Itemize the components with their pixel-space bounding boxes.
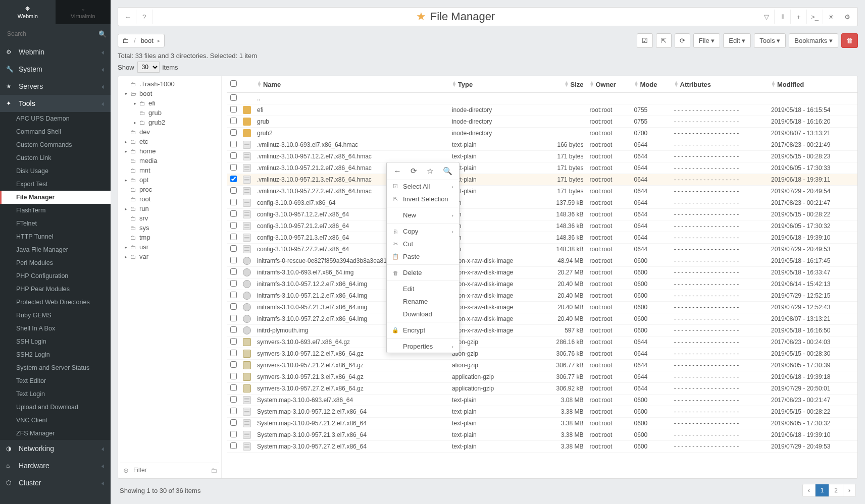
menu-cat-tools[interactable]: ✦Tools◀ (0, 95, 111, 112)
tab-virtualmin[interactable]: ⌄ Virtualmin (56, 0, 111, 24)
ctx-new[interactable]: New▸ (387, 209, 459, 221)
search-icon[interactable]: 🔍 (98, 30, 107, 38)
row-checkbox[interactable] (230, 373, 237, 379)
open-external-button[interactable]: ⇱ (656, 33, 672, 48)
tree-node[interactable]: 🗀root (120, 194, 219, 204)
table-row[interactable]: .vmlinuz-3.10.0-957.27.2.el7.x86_64.hmac… (227, 186, 857, 197)
tree-node[interactable]: 🗀grub (120, 108, 219, 118)
table-row[interactable]: System.map-3.10.0-957.21.2.el7.x86_64tex… (227, 418, 857, 429)
row-checkbox[interactable] (230, 303, 237, 310)
table-row[interactable]: config-3.10.0-693.el7.x86_64lain137.59 k… (227, 197, 857, 209)
row-checkbox[interactable] (230, 442, 237, 449)
table-row[interactable]: initramfs-3.10.0-957.12.2.el7.x86_64.img… (227, 278, 857, 290)
tree-node[interactable]: 🗀proc (120, 185, 219, 194)
row-checkbox[interactable] (230, 129, 237, 136)
table-row[interactable]: config-3.10.0-957.27.2.el7.x86_64lain148… (227, 244, 857, 255)
table-row[interactable]: .vmlinuz-3.10.0-693.el7.x86_64.hmactext-… (227, 139, 857, 151)
row-checkbox[interactable] (230, 141, 237, 147)
table-row[interactable]: initrd-plymouth.imgation-x-raw-disk-imag… (227, 325, 857, 337)
tree-node[interactable]: ▸🗀efi (120, 98, 219, 108)
page-next[interactable]: › (843, 484, 855, 496)
row-checkbox[interactable] (230, 187, 237, 194)
ctx-download[interactable]: Download (387, 308, 459, 320)
row-checkbox[interactable] (230, 222, 237, 229)
table-row[interactable]: grub2inode-directoryroot:root0700- - - -… (227, 128, 857, 139)
sidebar-item-php-configuration[interactable]: PHP Configuration (0, 269, 111, 283)
table-row[interactable]: .vmlinuz-3.10.0-957.21.3.el7.x86_64.hmac… (227, 174, 857, 186)
sidebar-item-custom-commands[interactable]: Custom Commands (0, 138, 111, 151)
table-row[interactable]: symvers-3.10.0-957.21.3.el7.x86_64.gzapp… (227, 371, 857, 383)
select-button[interactable]: ☑ (637, 33, 653, 48)
row-checkbox[interactable] (230, 338, 237, 345)
table-row[interactable]: initramfs-3.10.0-957.21.3.el7.x86_64.img… (227, 302, 857, 313)
ctx-rename[interactable]: Rename (387, 295, 459, 308)
row-checkbox[interactable] (230, 384, 237, 391)
table-row[interactable]: config-3.10.0-957.21.3.el7.x86_64lain148… (227, 232, 857, 244)
ctx-back-icon[interactable]: ← (393, 166, 401, 176)
sidebar-item-shell-in-a-box[interactable]: Shell In A Box (0, 322, 111, 335)
row-checkbox[interactable] (230, 315, 237, 321)
row-checkbox[interactable] (230, 94, 237, 101)
sidebar-item-http-tunnel[interactable]: HTTP Tunnel (0, 230, 111, 243)
sidebar-item-vnc-client[interactable]: VNC Client (0, 414, 111, 427)
tree-node[interactable]: ▸🗀etc (120, 137, 219, 146)
row-checkbox[interactable] (230, 176, 237, 182)
row-checkbox[interactable] (230, 268, 237, 275)
select-all-checkbox[interactable] (230, 80, 237, 87)
crumb-seg[interactable]: boot (141, 37, 154, 44)
tree-node[interactable]: ▸🗀run (120, 204, 219, 213)
row-checkbox[interactable] (230, 280, 237, 287)
back-button[interactable]: ← (120, 10, 136, 24)
sidebar-item-custom-link[interactable]: Custom Link (0, 151, 111, 164)
edit-menu[interactable]: Edit ▾ (723, 33, 751, 48)
tree-twisty[interactable]: ▸ (123, 149, 128, 154)
table-row[interactable]: config-3.10.0-957.12.2.el7.x86_64lain148… (227, 209, 857, 220)
sidebar-item-command-shell[interactable]: Command Shell (0, 125, 111, 138)
sidebar-item-text-editor[interactable]: Text Editor (0, 374, 111, 387)
tree-twisty[interactable]: ▾ (123, 91, 128, 96)
menu-cat-networking[interactable]: ◑Networking◀ (0, 440, 111, 457)
row-checkbox[interactable] (230, 326, 237, 333)
tree-node[interactable]: 🗀dev (120, 127, 219, 137)
row-checkbox[interactable] (230, 292, 237, 298)
menu-cat-webmin[interactable]: ⚙Webmin◀ (0, 43, 111, 61)
ctx-encrypt[interactable]: 🔒Encrypt (387, 324, 459, 337)
table-row[interactable]: .vmlinuz-3.10.0-957.21.2.el7.x86_64.hmac… (227, 162, 857, 174)
sidebar-item-disk-usage[interactable]: Disk Usage (0, 164, 111, 178)
gear-icon[interactable]: ⚙ (839, 10, 855, 24)
row-checkbox[interactable] (230, 106, 237, 113)
table-row[interactable]: symvers-3.10.0-693.el7.x86_64.gzation-gz… (227, 337, 857, 348)
filter-icon[interactable]: ▽ (758, 10, 775, 24)
tree-node[interactable]: ▸🗀usr (120, 242, 219, 252)
row-checkbox[interactable] (230, 257, 237, 263)
page-2[interactable]: 2 (829, 484, 843, 496)
row-checkbox[interactable] (230, 210, 237, 217)
table-row[interactable]: initramfs-0-rescue-0e827f859a394ad3b8a3e… (227, 255, 857, 267)
tree-node[interactable]: 🗀media (120, 156, 219, 165)
menu-cat-system[interactable]: 🔧System◀ (0, 61, 111, 78)
file-menu[interactable]: File ▾ (693, 33, 721, 48)
sidebar-item-php-pear-modules[interactable]: PHP Pear Modules (0, 283, 111, 296)
delete-button[interactable]: 🗑 (841, 33, 858, 48)
ctx-invert[interactable]: ⇱Invert Selection (387, 193, 459, 205)
ctx-select-all[interactable]: ☑Select All▸ (387, 180, 459, 193)
ctx-copy[interactable]: ⎘Copy▸ (387, 225, 459, 238)
table-row[interactable]: efiinode-directoryroot:root0755- - - - -… (227, 104, 857, 116)
row-checkbox[interactable] (230, 350, 237, 356)
tree-node[interactable]: ▾🗁boot (120, 89, 219, 98)
help-button[interactable]: ? (136, 10, 152, 24)
table-row[interactable]: System.map-3.10.0-957.21.3.el7.x86_64tex… (227, 429, 857, 441)
row-checkbox[interactable] (230, 419, 237, 426)
tree-add-button[interactable]: ⊕ (120, 467, 132, 474)
tree-filter-input[interactable] (132, 465, 211, 475)
tree-node[interactable]: ▸🗀opt (120, 175, 219, 185)
bookmarks-menu[interactable]: Bookmarks ▾ (789, 33, 838, 48)
row-checkbox[interactable] (230, 164, 237, 171)
row-checkbox[interactable] (230, 152, 237, 159)
sidebar-item-ssh2-login[interactable]: SSH2 Login (0, 348, 111, 361)
table-row[interactable]: System.map-3.10.0-957.12.2.el7.x86_64tex… (227, 406, 857, 418)
sidebar-item-file-manager[interactable]: File Manager (0, 191, 111, 204)
light-icon[interactable]: ☀ (823, 10, 839, 24)
page-1[interactable]: 1 (816, 484, 830, 496)
page-prev[interactable]: ‹ (803, 484, 816, 496)
